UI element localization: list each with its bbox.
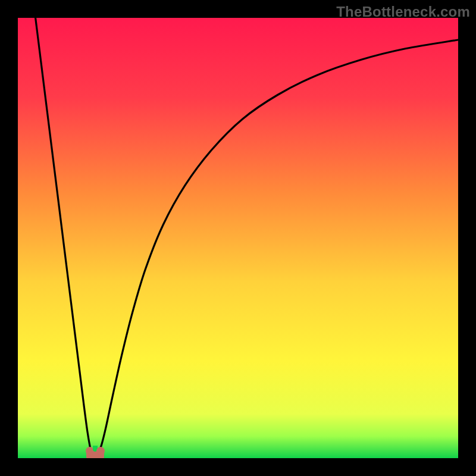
minimum-marker-icon xyxy=(86,449,104,458)
chart-frame: TheBottleneck.com xyxy=(0,0,476,476)
minimum-marker-notch xyxy=(93,446,98,452)
curve-right-branch xyxy=(98,40,458,455)
plot-area xyxy=(18,18,458,458)
bottleneck-curve xyxy=(18,18,458,458)
curve-left-branch xyxy=(36,18,92,455)
